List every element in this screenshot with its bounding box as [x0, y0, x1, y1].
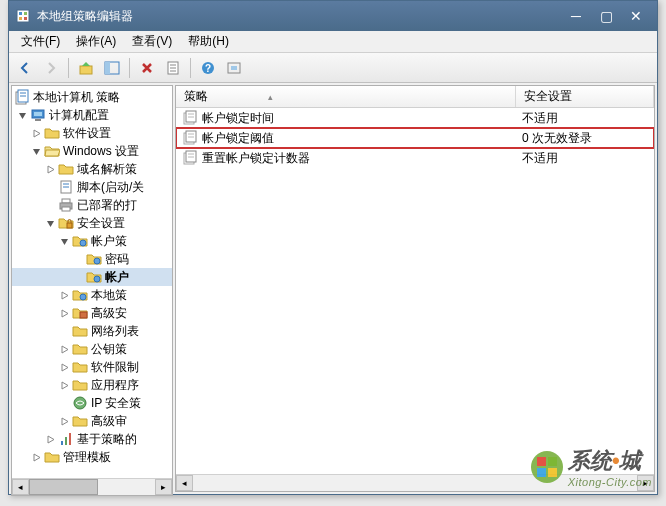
- collapse-icon[interactable]: [44, 217, 56, 229]
- expand-icon[interactable]: [30, 127, 42, 139]
- collapse-icon[interactable]: [58, 235, 70, 247]
- up-button[interactable]: [74, 56, 98, 80]
- expand-icon[interactable]: [58, 343, 70, 355]
- expand-icon[interactable]: [58, 379, 70, 391]
- tree-label: 密码: [105, 251, 129, 268]
- collapse-icon[interactable]: [30, 145, 42, 157]
- tree-software-restriction[interactable]: 软件限制: [12, 358, 172, 376]
- list-item[interactable]: 重置帐户锁定计数器 不适用: [176, 148, 654, 168]
- svg-rect-21: [34, 112, 42, 116]
- tree-app-control[interactable]: 应用程序: [12, 376, 172, 394]
- tree-label: 安全设置: [77, 215, 125, 232]
- separator: [190, 58, 191, 78]
- svg-point-32: [94, 276, 100, 282]
- svg-rect-37: [65, 437, 67, 445]
- svg-point-33: [80, 294, 86, 300]
- show-hide-tree-button[interactable]: [100, 56, 124, 80]
- expand-icon[interactable]: [44, 433, 56, 445]
- tree-name-resolution[interactable]: 域名解析策: [12, 160, 172, 178]
- delete-button[interactable]: [135, 56, 159, 80]
- password-policy-icon: [86, 251, 102, 267]
- tree-label: 域名解析策: [77, 161, 137, 178]
- policy-name: 重置帐户锁定计数器: [202, 150, 310, 167]
- tree-software-settings[interactable]: 软件设置: [12, 124, 172, 142]
- security-value: 0 次无效登录: [522, 130, 592, 147]
- back-button[interactable]: [13, 56, 37, 80]
- scroll-right-button[interactable]: ▸: [155, 479, 172, 495]
- menu-help[interactable]: 帮助(H): [180, 31, 237, 52]
- tree-advanced-security[interactable]: 高级安: [12, 304, 172, 322]
- horizontal-scrollbar[interactable]: ◂ ▸: [12, 478, 172, 495]
- tree-label: 基于策略的: [77, 431, 137, 448]
- policy-object-icon: [14, 89, 30, 105]
- expand-icon[interactable]: [58, 415, 70, 427]
- minimize-button[interactable]: ─: [561, 5, 591, 27]
- scroll-left-button[interactable]: ◂: [12, 479, 29, 495]
- tree-label: 本地策: [91, 287, 127, 304]
- scroll-right-button[interactable]: ▸: [637, 475, 654, 491]
- tree-password[interactable]: 密码: [12, 250, 172, 268]
- column-policy[interactable]: 策略: [176, 86, 516, 107]
- list-item[interactable]: 帐户锁定阈值 0 次无效登录: [176, 128, 654, 148]
- close-button[interactable]: ✕: [621, 5, 651, 27]
- menu-file[interactable]: 文件(F): [13, 31, 68, 52]
- tree-label: 高级审: [91, 413, 127, 430]
- column-security-setting[interactable]: 安全设置: [516, 86, 654, 107]
- local-policy-icon: [72, 287, 88, 303]
- properties-button[interactable]: [161, 56, 185, 80]
- tree-local-policy[interactable]: 本地策: [12, 286, 172, 304]
- detail-panel: 策略 安全设置 帐户锁定时间 不适用 帐户锁定阈值 0 次无效登录 重置帐户锁定…: [175, 85, 655, 492]
- svg-rect-4: [24, 17, 27, 20]
- svg-rect-15: [231, 66, 237, 70]
- folder-open-icon: [44, 143, 60, 159]
- tree-scripts[interactable]: 脚本(启动/关: [12, 178, 172, 196]
- tree-admin-templates[interactable]: 管理模板: [12, 448, 172, 466]
- tree-account-policy[interactable]: 帐户策: [12, 232, 172, 250]
- svg-rect-22: [35, 119, 41, 121]
- scroll-thumb[interactable]: [29, 479, 98, 495]
- expand-icon[interactable]: [58, 289, 70, 301]
- tree-network-list[interactable]: 网络列表: [12, 322, 172, 340]
- tree-computer-config[interactable]: 计算机配置: [12, 106, 172, 124]
- tree-label: 管理模板: [63, 449, 111, 466]
- tree-advanced-audit[interactable]: 高级审: [12, 412, 172, 430]
- list-item[interactable]: 帐户锁定时间 不适用: [176, 108, 654, 128]
- tree-security-settings[interactable]: 安全设置: [12, 214, 172, 232]
- folder-icon: [72, 323, 88, 339]
- menu-view[interactable]: 查看(V): [124, 31, 180, 52]
- filter-button[interactable]: [222, 56, 246, 80]
- tree-label: 帐户策: [91, 233, 127, 250]
- expand-icon[interactable]: [30, 451, 42, 463]
- svg-rect-5: [80, 66, 92, 74]
- tree-panel[interactable]: 本地计算机 策略 计算机配置 软件设置 Windows 设置 域名解析策 脚本(…: [11, 85, 173, 496]
- menu-action[interactable]: 操作(A): [68, 31, 124, 52]
- tree-account-lock[interactable]: 帐户: [12, 268, 172, 286]
- lockout-policy-icon: [86, 269, 102, 285]
- expand-icon[interactable]: [58, 361, 70, 373]
- security-value: 不适用: [522, 110, 558, 127]
- tree-deployed-printers[interactable]: 已部署的打: [12, 196, 172, 214]
- tree-root[interactable]: 本地计算机 策略: [12, 88, 172, 106]
- folder-icon: [72, 359, 88, 375]
- help-button[interactable]: ?: [196, 56, 220, 80]
- policy-item-icon: [182, 150, 198, 166]
- tree-ip-security[interactable]: IP 安全策: [12, 394, 172, 412]
- scroll-left-button[interactable]: ◂: [176, 475, 193, 491]
- expand-icon[interactable]: [44, 163, 56, 175]
- tree-label: 脚本(启动/关: [77, 179, 144, 196]
- policy-name: 帐户锁定阈值: [202, 130, 274, 147]
- window-title: 本地组策略编辑器: [37, 8, 561, 25]
- collapse-icon[interactable]: [16, 109, 28, 121]
- folder-icon: [44, 449, 60, 465]
- tree-policy-based[interactable]: 基于策略的: [12, 430, 172, 448]
- maximize-button[interactable]: ▢: [591, 5, 621, 27]
- expand-icon[interactable]: [58, 307, 70, 319]
- firewall-icon: [72, 305, 88, 321]
- horizontal-scrollbar[interactable]: ◂ ▸: [176, 474, 654, 491]
- separator: [68, 58, 69, 78]
- tree-label: 高级安: [91, 305, 127, 322]
- tree-label: 本地计算机 策略: [33, 89, 120, 106]
- tree-public-key[interactable]: 公钥策: [12, 340, 172, 358]
- tree-windows-settings[interactable]: Windows 设置: [12, 142, 172, 160]
- tree-label: 计算机配置: [49, 107, 109, 124]
